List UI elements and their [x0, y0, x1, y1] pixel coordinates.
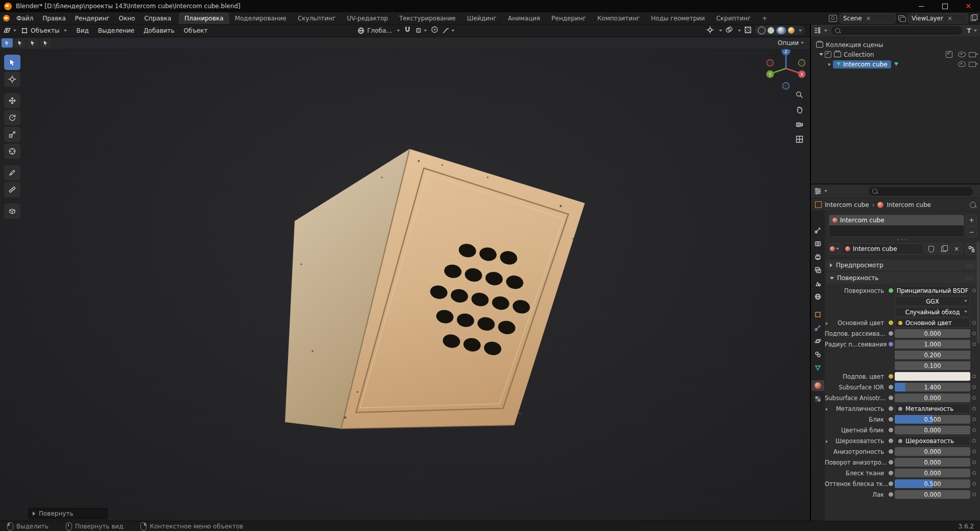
tab-animation[interactable]: Анимация	[502, 12, 545, 24]
decorator-dot[interactable]	[972, 450, 976, 453]
tab-object[interactable]	[811, 309, 824, 320]
menu-view[interactable]: Вид	[71, 24, 93, 37]
tab-sculpting[interactable]: Скульптинг	[292, 12, 341, 24]
tab-shading[interactable]: Шейдинг	[461, 12, 502, 24]
menu-add[interactable]: Добавить	[139, 24, 179, 37]
surface-shader-dropdown[interactable]: Принципиальный BSDF	[895, 286, 970, 295]
subsurface-radius-b[interactable]: 0.100	[895, 361, 970, 370]
disable-render-icon[interactable]	[969, 52, 976, 57]
decorator-dot[interactable]	[972, 342, 976, 346]
outliner-editor-icon[interactable]	[814, 27, 822, 35]
breadcrumb-object[interactable]: Intercom cube	[825, 201, 869, 209]
tab-modeling[interactable]: Моделирование	[229, 12, 292, 24]
decorator-dot[interactable]	[972, 321, 976, 325]
snap-target-dropdown[interactable]	[415, 27, 427, 34]
collapse-icon[interactable]	[819, 53, 823, 56]
fake-user-shield-button[interactable]	[925, 243, 937, 255]
tab-geometry-nodes[interactable]: Ноды геометрии	[646, 12, 711, 24]
panel-preview[interactable]: Предпросмотр ::::	[826, 260, 979, 271]
show-gizmo-icon[interactable]	[706, 26, 714, 35]
tab-texture[interactable]	[811, 394, 824, 404]
zoom-icon[interactable]	[793, 89, 806, 100]
xray-toggle-icon[interactable]	[744, 26, 752, 35]
decorator-dot[interactable]	[972, 493, 976, 496]
transform-tool[interactable]	[4, 144, 20, 159]
select-mode-intersect-button[interactable]	[40, 38, 51, 48]
subsurface-slider[interactable]: 0.000	[895, 329, 970, 338]
subsurface-color-swatch[interactable]	[895, 372, 970, 381]
proportional-falloff-dropdown[interactable]	[442, 27, 455, 34]
move-tool[interactable]	[4, 93, 20, 108]
material-name-field[interactable]: Intercom cube	[842, 243, 924, 255]
subsurface-method-dropdown[interactable]: Случайный обход	[895, 307, 970, 317]
viewlayer-unlink-icon[interactable]: ×	[947, 15, 952, 22]
list-resize-grip[interactable]: •••	[825, 237, 980, 242]
overlays-caret-icon[interactable]	[738, 30, 741, 32]
tab-modifiers[interactable]	[811, 322, 824, 333]
tab-material[interactable]	[811, 380, 824, 391]
pan-hand-icon[interactable]	[793, 104, 806, 114]
annotate-tool[interactable]	[4, 165, 20, 180]
anisotropic-slider[interactable]: 0.000	[895, 447, 970, 456]
outliner-row-collection[interactable]: Collection	[811, 50, 980, 59]
specular-slider[interactable]: 0.500	[895, 415, 970, 424]
nodes-icon[interactable]	[966, 243, 977, 255]
tab-constraints[interactable]	[811, 349, 824, 360]
decorator-dot[interactable]	[972, 375, 976, 378]
menu-select[interactable]: Выделение	[93, 24, 139, 37]
tab-tool[interactable]	[811, 225, 824, 236]
breadcrumb-material[interactable]: Intercom cube	[887, 201, 931, 209]
scene-render-intercom-cube[interactable]	[0, 24, 810, 521]
toggle-grid-icon[interactable]	[793, 134, 806, 144]
material-slot-list[interactable]: Intercom cube	[829, 215, 964, 237]
scene-selector[interactable]: Scene×	[840, 13, 896, 24]
decorator-dot[interactable]	[972, 332, 976, 335]
shading-material-button[interactable]	[778, 27, 784, 34]
select-mode-set-button[interactable]	[2, 38, 13, 48]
tab-scene[interactable]	[811, 278, 824, 289]
decorator-dot[interactable]	[972, 428, 976, 432]
outliner-row-scene-collection[interactable]: Коллекция сцены	[811, 40, 980, 50]
properties-search[interactable]	[869, 187, 973, 196]
camera-view-icon[interactable]	[793, 119, 806, 129]
add-cube-tool[interactable]	[4, 203, 20, 219]
tab-rendering[interactable]: Рендеринг	[546, 12, 592, 24]
subsurface-anisotropy-slider[interactable]: 0.000	[895, 394, 970, 402]
subsurface-radius-g[interactable]: 0.200	[895, 351, 970, 359]
decorator-dot[interactable]	[972, 418, 976, 421]
menu-window[interactable]: Окно	[114, 12, 140, 24]
decorator-dot[interactable]	[972, 385, 976, 389]
mode-dropdown[interactable]: Объекты	[16, 24, 71, 37]
properties-editor-caret-icon[interactable]	[824, 190, 827, 192]
clearcoat-slider[interactable]: 0.000	[895, 490, 970, 499]
tool-options-dropdown[interactable]: Опции	[778, 39, 810, 47]
expand-icon[interactable]	[828, 63, 831, 66]
navigation-gizmo[interactable]: Z X Y	[763, 45, 809, 91]
panel-surface[interactable]: Поверхность ::::	[826, 272, 979, 284]
show-overlays-icon[interactable]	[725, 26, 733, 35]
unlink-material-button[interactable]: ×	[951, 243, 962, 255]
tab-physics[interactable]	[811, 336, 824, 347]
hide-eye-icon[interactable]	[958, 61, 966, 67]
disable-render-icon[interactable]	[969, 62, 976, 67]
outliner-search[interactable]	[831, 26, 962, 35]
material-slot-active[interactable]: Intercom cube	[829, 215, 964, 225]
measure-tool[interactable]	[4, 182, 20, 197]
scene-unlink-icon[interactable]: ×	[866, 15, 871, 22]
outliner-row-intercom-cube[interactable]: Intercom cube	[811, 59, 980, 69]
remove-slot-button[interactable]: −	[966, 226, 977, 237]
base-color-input[interactable]: Основной цвет	[895, 318, 970, 328]
menu-edit[interactable]: Правка	[38, 12, 70, 24]
close-button[interactable]: ✕	[957, 0, 980, 12]
gizmo-caret-icon[interactable]	[719, 30, 722, 32]
add-slot-button[interactable]: +	[966, 215, 977, 225]
tab-compositing[interactable]: Композитинг	[592, 12, 646, 24]
pin-icon[interactable]	[970, 202, 976, 208]
anisotropic-rotation-slider[interactable]: 0.000	[895, 458, 970, 467]
filter-icon[interactable]	[966, 28, 972, 33]
distribution-dropdown[interactable]: GGX	[895, 296, 970, 306]
roughness-input[interactable]: Шероховатость	[895, 436, 970, 446]
outliner-editor-caret-icon[interactable]	[824, 30, 827, 32]
duplicate-material-button[interactable]	[938, 243, 949, 255]
decorator-dot[interactable]	[972, 289, 976, 292]
